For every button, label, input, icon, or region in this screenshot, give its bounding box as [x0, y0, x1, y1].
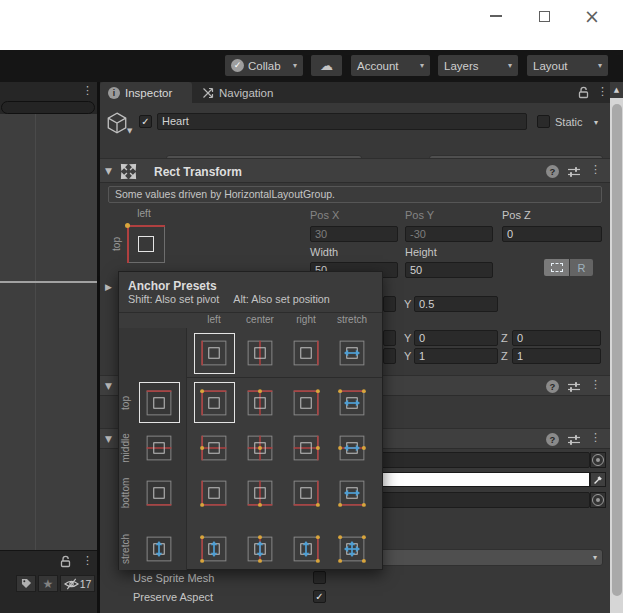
- anchor-row-preview-middle[interactable]: [135, 425, 183, 470]
- favorites-filter-button[interactable]: ★: [38, 575, 58, 592]
- unlock-icon[interactable]: [60, 555, 71, 568]
- rect-transform-header[interactable]: ▼ Rect Transform ? ⋮: [100, 158, 610, 183]
- scrollbar-thumb[interactable]: [612, 104, 622, 596]
- kebab-menu-icon[interactable]: ⋮: [590, 431, 601, 444]
- preserve-aspect-label: Preserve Aspect: [133, 591, 213, 603]
- window-minimize-button[interactable]: [480, 2, 512, 30]
- anchor-preset-top-right[interactable]: [283, 380, 329, 425]
- window-close-button[interactable]: ×: [576, 2, 608, 30]
- chevron-down-icon[interactable]: ▼: [127, 127, 132, 135]
- scale-z-field[interactable]: 1: [512, 348, 601, 364]
- kebab-menu-icon[interactable]: ⋮: [590, 378, 601, 391]
- grid-divider-h: [186, 377, 382, 378]
- pos-z-field[interactable]: 0: [502, 226, 602, 242]
- layers-dropdown[interactable]: Layers ▾: [438, 55, 518, 76]
- anchor-preset-bottom-left[interactable]: [191, 470, 237, 515]
- anchor-preset-stretch-left[interactable]: [191, 526, 237, 571]
- tab-navigation-label: Navigation: [219, 87, 273, 99]
- pivot-x-field-fragment[interactable]: [383, 296, 396, 312]
- anchor-row-label-top: top: [119, 380, 133, 425]
- scroll-up-arrow-icon[interactable]: ▲: [610, 82, 623, 98]
- preserve-aspect-checkbox[interactable]: ✓: [313, 590, 326, 603]
- foldout-arrow-icon[interactable]: ▼: [105, 166, 112, 176]
- anchor-col-preview-stretch[interactable]: [329, 330, 375, 376]
- height-field[interactable]: 50: [405, 262, 493, 278]
- tab-inspector-label: Inspector: [125, 87, 172, 99]
- anchor-preset-middle-stretch[interactable]: [329, 425, 375, 470]
- scale-y-field[interactable]: 1: [414, 348, 498, 364]
- use-sprite-mesh-checkbox[interactable]: [313, 571, 326, 584]
- scene-visibility-button[interactable]: 17: [60, 575, 95, 592]
- anchor-col-preview-left[interactable]: [191, 330, 237, 376]
- tab-navigation[interactable]: Navigation: [194, 82, 298, 103]
- scale-x-field-fragment[interactable]: [383, 348, 396, 364]
- anchor-preset-stretch-center[interactable]: [237, 526, 283, 571]
- gameobject-name-field[interactable]: Heart: [157, 113, 527, 130]
- anchor-row-preview-top[interactable]: [135, 380, 183, 425]
- object-picker-icon: [592, 494, 604, 506]
- inspector-scrollbar[interactable]: ▲: [610, 82, 623, 613]
- gameobject-active-checkbox[interactable]: ✓: [139, 115, 152, 128]
- pivot-y-field[interactable]: 0.5: [414, 296, 498, 312]
- cloud-button[interactable]: ☁: [311, 55, 342, 76]
- presets-icon[interactable]: [567, 381, 581, 393]
- window-titlebar: ×: [0, 0, 623, 50]
- anchor-preset-stretch-stretch[interactable]: [329, 526, 375, 571]
- foldout-arrow-icon[interactable]: ▼: [105, 381, 112, 391]
- scene-view[interactable]: [0, 114, 97, 550]
- chevron-down-icon: ▾: [508, 61, 512, 70]
- anchor-preset-bottom-stretch[interactable]: [329, 470, 375, 515]
- layout-dropdown[interactable]: Layout ▾: [527, 55, 608, 76]
- anchor-preset-middle-center[interactable]: [237, 425, 283, 470]
- cloud-icon: ☁: [320, 58, 333, 73]
- anchors-foldout-icon[interactable]: ▶: [105, 282, 112, 292]
- static-checkbox[interactable]: [537, 115, 550, 128]
- anchor-preset-bottom-center[interactable]: [237, 470, 283, 515]
- anchor-preset-middle-left[interactable]: [191, 425, 237, 470]
- blueprint-mode-button[interactable]: [544, 259, 569, 276]
- foldout-arrow-icon[interactable]: ▼: [105, 434, 112, 444]
- collab-dropdown[interactable]: ✓ Collab ▾: [225, 55, 303, 76]
- help-icon[interactable]: ?: [546, 433, 559, 446]
- kebab-menu-icon[interactable]: ⋮: [590, 163, 601, 176]
- eyedropper-button[interactable]: [590, 472, 606, 487]
- window-maximize-button[interactable]: [528, 2, 560, 30]
- pos-x-field[interactable]: 30: [310, 226, 398, 242]
- rotation-z-field[interactable]: 0: [512, 330, 601, 346]
- lock-icon[interactable]: [578, 86, 589, 99]
- presets-icon[interactable]: [567, 434, 581, 446]
- pos-y-field[interactable]: -30: [405, 226, 493, 242]
- material-picker-button[interactable]: [590, 492, 606, 508]
- anchor-preset-top-center[interactable]: [237, 380, 283, 425]
- help-icon[interactable]: ?: [546, 165, 559, 178]
- source-image-picker-button[interactable]: [590, 452, 606, 468]
- blueprint-icon: [551, 263, 563, 272]
- rect-transform-icon: [120, 163, 137, 180]
- anchor-row-preview-bottom[interactable]: [135, 470, 183, 515]
- tab-inspector[interactable]: i Inspector: [100, 82, 192, 103]
- anchor-h-label: left: [118, 208, 170, 219]
- rotation-x-field-fragment[interactable]: [383, 330, 396, 346]
- scene-search-bar[interactable]: [1, 101, 95, 114]
- anchor-preset-widget[interactable]: [127, 225, 165, 263]
- account-label: Account: [357, 60, 399, 72]
- anchor-preset-top-stretch[interactable]: [329, 380, 375, 425]
- anchor-preset-stretch-right[interactable]: [283, 526, 329, 571]
- static-chevron-icon[interactable]: ▾: [594, 118, 598, 127]
- anchor-col-preview-right[interactable]: [283, 330, 329, 376]
- help-icon[interactable]: ?: [546, 380, 559, 393]
- kebab-menu-icon[interactable]: ⋮: [82, 554, 93, 567]
- anchor-preset-top-left[interactable]: [191, 380, 237, 425]
- anchor-col-preview-center[interactable]: [237, 330, 283, 376]
- anchor-preset-middle-right[interactable]: [283, 425, 329, 470]
- tag-filter-button[interactable]: [16, 575, 36, 592]
- anchor-row-preview-stretch[interactable]: [135, 526, 183, 571]
- kebab-menu-icon[interactable]: ⋮: [597, 85, 608, 98]
- anchor-preset-bottom-right[interactable]: [283, 470, 329, 515]
- anchor-col-label-center: center: [237, 314, 283, 325]
- account-dropdown[interactable]: Account ▾: [351, 55, 430, 76]
- rotation-y-field[interactable]: 0: [414, 330, 498, 346]
- presets-icon[interactable]: [567, 166, 581, 178]
- raw-edit-mode-button[interactable]: R: [570, 259, 593, 276]
- kebab-menu-icon[interactable]: ⋮: [82, 84, 93, 97]
